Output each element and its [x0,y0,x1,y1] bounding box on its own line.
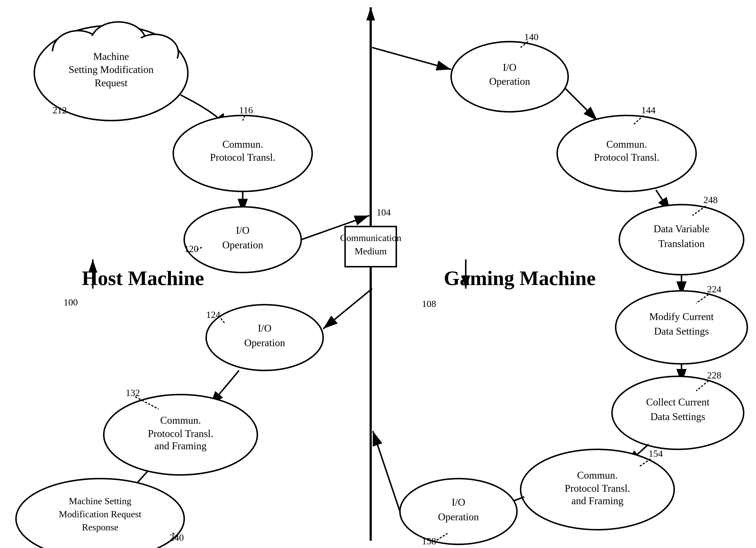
io-124-line2: Operation [244,337,285,348]
io-124-line1: I/O [258,322,272,334]
ref-248: 248 [703,195,718,205]
commun-132-line2: Protocol Transl. [148,428,213,439]
io-158-line1: I/O [452,497,465,508]
ref-124: 124 [206,309,220,320]
ref-116: 116 [239,105,253,116]
commun-154-line2: Protocol Transl. [565,483,630,494]
io-140-line2: Operation [489,76,530,87]
ref-100: 100 [64,297,78,307]
commun-154-line3: and Framing [571,495,623,506]
commun-144-line2: Protocol Transl. [594,152,659,163]
machine-setting-req-line1: Machine [93,51,129,62]
data-var-line1: Data Variable [654,223,709,235]
commun-132-line3: and Framing [154,440,206,451]
comm-medium-label: Communication [340,233,401,243]
modify-data-line2: Data Settings [654,325,709,337]
svg-marker-4 [89,259,97,273]
host-machine-label: Host Machine [82,267,204,289]
ref-154: 154 [649,448,663,459]
commun-132-line1: Commun. [160,415,201,426]
commun-116-line2: Protocol Transl. [210,152,275,163]
machine-resp-line1: Machine Setting [69,496,131,506]
commun-144-line1: Commun. [606,139,647,150]
collect-data-line1: Collect Current [646,396,710,408]
machine-resp-line3: Response [82,522,118,533]
machine-setting-req-line2: Setting Modification [69,64,154,75]
machine-setting-req-line3: Request [95,77,127,88]
collect-data-line2: Data Settings [650,411,705,422]
io-158-line2: Operation [438,511,479,522]
ref-132: 132 [126,388,140,398]
ref-240: 240 [170,532,184,543]
ref-224: 224 [707,284,721,294]
ref-158: 158 [422,536,436,546]
diagram-container: Communication Medium 104 Host Machine 10… [0,0,756,548]
ref-144: 144 [641,105,655,116]
data-var-line2: Translation [658,238,705,249]
io-120-line1: I/O [236,225,250,236]
svg-marker-1 [366,7,375,20]
ref-120: 120 [184,244,198,254]
machine-resp-line2: Modification Request [59,509,142,519]
ref-140: 140 [524,32,538,42]
ref-108: 108 [422,298,436,309]
ref-104: 104 [377,207,391,218]
io-120-line2: Operation [222,239,263,251]
ref-228: 228 [707,370,721,380]
io-140-line1: I/O [503,62,516,73]
diagram-svg: Communication Medium 104 Host Machine 10… [0,0,756,548]
ref-212: 212 [53,105,67,116]
comm-medium-label2: Medium [354,246,387,257]
modify-data-line1: Modify Current [649,311,714,322]
commun-116-line1: Commun. [222,139,263,150]
commun-154-line1: Commun. [577,470,618,481]
